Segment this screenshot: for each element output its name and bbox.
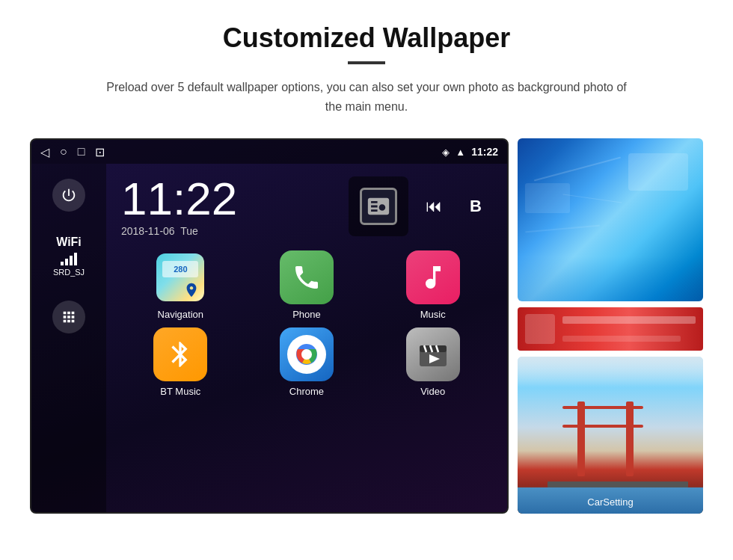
power-button[interactable] xyxy=(52,179,85,212)
navigation-icon: 280 xyxy=(153,250,207,304)
wallpaper-column: CarSetting xyxy=(518,138,703,514)
app-navigation[interactable]: 280 Navigation xyxy=(121,250,240,320)
sidebar: WiFi SRD_SJ xyxy=(31,164,106,512)
wifi-status-icon: ▲ xyxy=(456,147,465,158)
video-label: Video xyxy=(420,386,445,397)
page-title: Customized Wallpaper xyxy=(223,22,511,54)
wifi-bars xyxy=(53,253,85,265)
app-music[interactable]: Music xyxy=(373,250,492,320)
apps-button[interactable] xyxy=(52,301,85,333)
clock-section: 11:22 2018-11-06 Tue ⏮ xyxy=(106,164,507,243)
prev-track-icon: ⏮ xyxy=(426,197,442,216)
screen-body: WiFi SRD_SJ 11: xyxy=(31,164,507,512)
video-icon xyxy=(406,327,460,381)
back-icon[interactable]: ◁ xyxy=(40,145,49,159)
android-screen: ◁ ○ □ ⊡ ◈ ▲ 11:22 WiFi xyxy=(30,138,509,514)
app-bt-music[interactable]: BT Music xyxy=(121,327,240,397)
bluetooth-widget[interactable]: B xyxy=(459,190,492,223)
clock-display: 11:22 2018-11-06 Tue xyxy=(121,176,237,237)
wallpaper-mid[interactable] xyxy=(518,307,703,351)
page-subtitle: Preload over 5 default wallpaper options… xyxy=(105,78,628,116)
main-content: ◁ ○ □ ⊡ ◈ ▲ 11:22 WiFi xyxy=(30,138,703,514)
main-screen-area: 11:22 2018-11-06 Tue ⏮ xyxy=(106,164,507,512)
phone-label: Phone xyxy=(292,309,321,320)
bt-music-label: BT Music xyxy=(160,386,200,397)
radio-widget[interactable] xyxy=(349,176,408,236)
chrome-icon xyxy=(280,327,334,381)
clock-time: 11:22 xyxy=(121,176,237,222)
app-chrome[interactable]: Chrome xyxy=(248,327,366,397)
music-icon xyxy=(406,250,460,304)
svg-point-1 xyxy=(301,349,312,360)
wifi-ssid: SRD_SJ xyxy=(53,267,85,278)
app-phone[interactable]: Phone xyxy=(248,250,366,320)
clock-widgets: ⏮ B xyxy=(349,176,492,236)
screenshot-icon[interactable]: ⊡ xyxy=(95,145,105,159)
map-container: 280 xyxy=(156,253,204,301)
carsetting-label: CarSetting xyxy=(518,496,703,508)
title-divider xyxy=(348,61,385,64)
app-grid: 280 Navigation Phone xyxy=(106,243,507,409)
phone-icon xyxy=(280,250,334,304)
app-video[interactable]: Video xyxy=(373,327,492,397)
status-bar: ◁ ○ □ ⊡ ◈ ▲ 11:22 xyxy=(31,140,507,164)
radio-icon xyxy=(360,188,397,225)
home-icon[interactable]: ○ xyxy=(60,145,67,159)
prev-track-widget[interactable]: ⏮ xyxy=(417,190,450,223)
wifi-info: WiFi SRD_SJ xyxy=(53,234,85,278)
status-right: ◈ ▲ 11:22 xyxy=(442,146,498,158)
clock-date: 2018-11-06 Tue xyxy=(121,225,237,237)
wallpaper-ice[interactable] xyxy=(518,138,703,301)
music-label: Music xyxy=(420,309,446,320)
status-left: ◁ ○ □ ⊡ xyxy=(40,145,105,159)
bluetooth-letter-icon: B xyxy=(470,197,482,216)
status-time: 11:22 xyxy=(471,146,498,158)
bt-music-icon xyxy=(153,327,207,381)
wifi-label: WiFi xyxy=(53,234,85,250)
wallpaper-bridge[interactable]: CarSetting xyxy=(518,357,703,514)
chrome-label: Chrome xyxy=(289,386,324,397)
recents-icon[interactable]: □ xyxy=(78,145,85,159)
navigation-label: Navigation xyxy=(158,309,203,320)
location-icon: ◈ xyxy=(442,147,450,158)
